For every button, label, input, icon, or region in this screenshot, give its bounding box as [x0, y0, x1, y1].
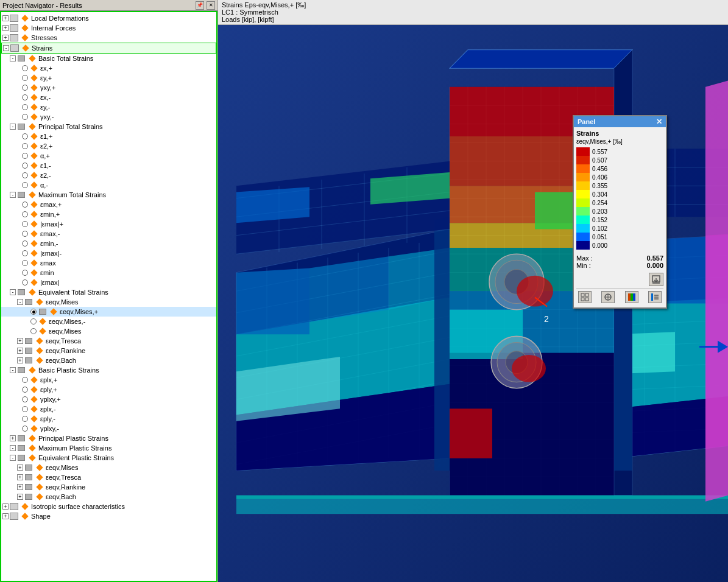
- radio-yplxy-minus[interactable]: [22, 426, 28, 432]
- tree-item-emin-minus[interactable]: εmin,-: [1, 239, 216, 248]
- expand-ep-tresca[interactable]: +: [17, 474, 23, 480]
- radio-a-minus[interactable]: [22, 182, 28, 188]
- tree-item-emax-minus[interactable]: εmax,-: [1, 229, 216, 239]
- expand-eeqv-mises[interactable]: -: [17, 299, 23, 305]
- expand-isotropic[interactable]: +: [2, 503, 9, 510]
- radio-a-plus[interactable]: [22, 153, 28, 159]
- expand-principal-total[interactable]: -: [10, 124, 16, 130]
- radio-eply-minus[interactable]: [22, 416, 28, 422]
- tree-item-internal-forces[interactable]: + Internal Forces: [1, 23, 216, 33]
- expand-stresses[interactable]: +: [2, 35, 9, 41]
- scale-toolbar-button[interactable]: [601, 291, 615, 303]
- expand-max-plastic[interactable]: -: [10, 445, 16, 451]
- tree-item-yplxy-minus[interactable]: γplxy,-: [1, 424, 216, 433]
- radio-eply-plus[interactable]: [22, 387, 28, 393]
- tree-item-ey-plus[interactable]: εy,+: [1, 73, 216, 83]
- tree-item-eplx-plus[interactable]: εplx,+: [1, 375, 216, 385]
- tree-item-ep-rankine[interactable]: + εeqv,Rankine: [1, 482, 216, 492]
- tree-item-eeqv-mises-plus[interactable]: εeqv,Mises,+: [1, 307, 216, 317]
- grid-toolbar-button[interactable]: [578, 291, 592, 303]
- tree-item-ep-mises[interactable]: + εeqv,Mises: [1, 463, 216, 472]
- tree-item-ep-tresca[interactable]: + εeqv,Tresca: [1, 472, 216, 482]
- color-toolbar-button[interactable]: [625, 291, 638, 303]
- tree-item-principal-total[interactable]: - Principal Total Strains: [1, 122, 216, 131]
- legend-toolbar-button[interactable]: [648, 291, 662, 303]
- tree-item-e2-plus[interactable]: ε2,+: [1, 141, 216, 151]
- radio-yplxy-plus[interactable]: [22, 396, 28, 402]
- radio-e1-minus[interactable]: [22, 163, 28, 169]
- tree-item-max-total[interactable]: - Maximum Total Strains: [1, 190, 216, 200]
- tree-item-strains[interactable]: - Strains: [1, 43, 216, 54]
- panel-close-button[interactable]: ✕: [656, 117, 662, 126]
- expand-basic-plastic[interactable]: -: [10, 367, 16, 373]
- tree-item-a-plus[interactable]: α,+: [1, 151, 216, 161]
- radio-emax-abs-plus[interactable]: [22, 221, 28, 227]
- tree-item-stresses[interactable]: + Stresses: [1, 33, 216, 43]
- tree-item-e2-minus[interactable]: ε2,-: [1, 170, 216, 180]
- radio-e2-minus[interactable]: [22, 172, 28, 178]
- export-icon-button[interactable]: [649, 273, 663, 286]
- expand-ep-bach[interactable]: +: [17, 494, 23, 500]
- tree-item-emin-plus[interactable]: εmin,+: [1, 209, 216, 219]
- tree-item-ex-minus[interactable]: εx,-: [1, 93, 216, 102]
- radio-emin[interactable]: [22, 270, 28, 276]
- radio-emax-plus[interactable]: [22, 202, 28, 208]
- expand-shape[interactable]: +: [2, 513, 9, 519]
- viewport[interactable]: 2 Panel ✕ Strains εeqv,Mises,+ [‰]: [218, 25, 728, 582]
- tree-item-emax-plus[interactable]: εmax,+: [1, 200, 216, 209]
- radio-emax[interactable]: [22, 260, 28, 266]
- tree-item-emax[interactable]: εmax: [1, 258, 216, 268]
- tree-item-ey-minus[interactable]: εy,-: [1, 102, 216, 112]
- tree-item-local-def[interactable]: + Local Deformations: [1, 13, 216, 23]
- expand-max-total[interactable]: -: [10, 192, 16, 198]
- tree-item-emax-abs-plus[interactable]: |εmax|+: [1, 219, 216, 229]
- expand-ep-rankine[interactable]: +: [17, 484, 23, 490]
- tree-item-e1-minus[interactable]: ε1,-: [1, 161, 216, 170]
- tree-item-eply-plus[interactable]: εply,+: [1, 385, 216, 394]
- tree-item-max-plastic[interactable]: - Maximum Plastic Strains: [1, 443, 216, 453]
- expand-internal-forces[interactable]: +: [2, 25, 9, 31]
- tree-item-eply-minus[interactable]: εply,-: [1, 414, 216, 424]
- expand-eeqv-tresca[interactable]: +: [17, 338, 23, 344]
- radio-eplx-minus[interactable]: [22, 406, 28, 412]
- tree-item-principal-plastic[interactable]: + Principal Plastic Strains: [1, 433, 216, 443]
- radio-ey-plus[interactable]: [22, 75, 28, 81]
- expand-ep-mises[interactable]: +: [17, 465, 23, 471]
- radio-eeqv-mises-plus[interactable]: [30, 309, 37, 315]
- tree-item-isotropic[interactable]: + Isotropic surface characteristics: [1, 502, 216, 511]
- tree-item-yxy-plus[interactable]: γxy,+: [1, 83, 216, 93]
- tree-item-eeqv-mises-group[interactable]: - εeqv,Mises: [1, 297, 216, 307]
- tree-item-ep-bach[interactable]: + εeqv,Bach: [1, 492, 216, 502]
- tree-item-ex-plus[interactable]: εx,+: [1, 63, 216, 73]
- tree-item-eeqv-mises-minus[interactable]: εeqv,Mises,-: [1, 317, 216, 326]
- tree-item-eeqv-bach[interactable]: + εeqv,Bach: [1, 356, 216, 365]
- tree-item-emax-abs[interactable]: |εmax|: [1, 278, 216, 287]
- radio-ex-plus[interactable]: [22, 65, 28, 71]
- tree-item-shape[interactable]: + Shape: [1, 511, 216, 521]
- expand-local-def[interactable]: +: [2, 15, 9, 21]
- radio-eeqv-mises-minus[interactable]: [30, 318, 37, 324]
- tree-item-equiv-total[interactable]: - Equivalent Total Strains: [1, 287, 216, 297]
- radio-yxy-minus[interactable]: [22, 114, 28, 120]
- radio-emax-minus[interactable]: [22, 231, 28, 237]
- tree-item-equiv-plastic[interactable]: - Equivalent Plastic Strains: [1, 453, 216, 463]
- radio-eplx-plus[interactable]: [22, 377, 28, 383]
- tree-item-a-minus[interactable]: α,-: [1, 180, 216, 190]
- radio-emax-abs[interactable]: [22, 279, 28, 286]
- radio-ey-minus[interactable]: [22, 104, 28, 110]
- tree-item-e1-plus[interactable]: ε1,+: [1, 131, 216, 141]
- expand-basic-total[interactable]: -: [10, 55, 16, 61]
- expand-equiv-total[interactable]: -: [10, 289, 16, 295]
- radio-emin-plus[interactable]: [22, 211, 28, 217]
- tree-item-yplxy-plus[interactable]: γplxy,+: [1, 394, 216, 404]
- tree-item-basic-plastic[interactable]: - Basic Plastic Strains: [1, 365, 216, 375]
- expand-strains[interactable]: -: [3, 45, 9, 51]
- tree-container[interactable]: + Local Deformations + Internal Forces +…: [0, 11, 217, 582]
- tree-item-yxy-minus[interactable]: γxy,-: [1, 112, 216, 122]
- expand-principal-plastic[interactable]: +: [10, 435, 16, 441]
- expand-equiv-plastic[interactable]: -: [10, 455, 16, 461]
- pin-icon[interactable]: 📌: [196, 1, 204, 10]
- radio-ex-minus[interactable]: [22, 94, 28, 100]
- tree-item-emax-abs-minus[interactable]: |εmax|-: [1, 248, 216, 258]
- radio-e2-plus[interactable]: [22, 143, 28, 149]
